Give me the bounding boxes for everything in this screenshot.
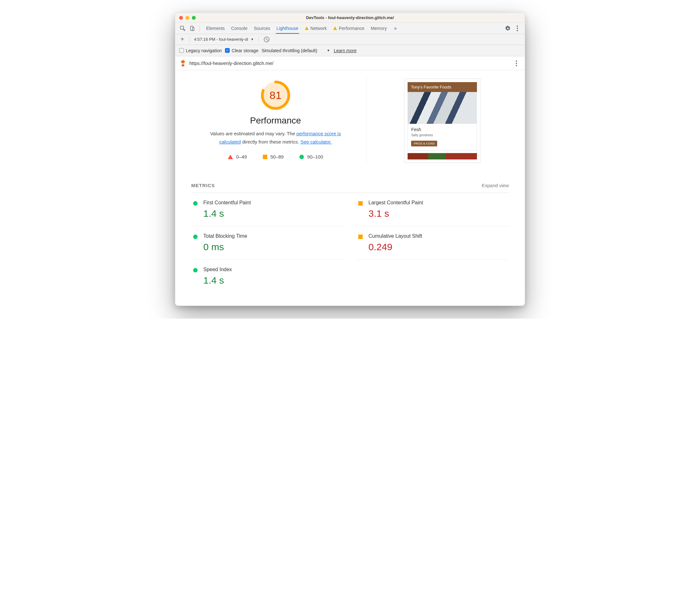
window-title: DevTools - foul-heavenly-direction.glitc…: [175, 15, 525, 20]
device-toolbar-icon[interactable]: [188, 24, 196, 32]
metrics-section: METRICS Expand view First Contentful Pai…: [175, 172, 525, 306]
metric-label: Cumulative Layout Shift: [368, 233, 506, 239]
page-preview-column: Tony's Favorite Foods Fesh Salty goodnes…: [370, 77, 515, 163]
preview-strip: [408, 153, 477, 160]
square-orange-icon: [358, 201, 363, 206]
zoom-window-button[interactable]: [192, 16, 196, 20]
clear-icon[interactable]: [264, 37, 269, 42]
metrics-heading: METRICS: [191, 183, 215, 188]
metric-value: 3.1 s: [368, 208, 506, 219]
warning-icon: [333, 26, 337, 30]
tabs-separator: [199, 25, 200, 31]
circle-green-icon: [193, 268, 198, 273]
chevron-down-icon: ▼: [251, 38, 254, 41]
lighthouse-toolbar: + 4:57:16 PM - foul-heavenly-di ▼: [175, 34, 525, 45]
svg-rect-2: [193, 27, 194, 30]
preview-card-body: Fesh Salty goodness PROS & CONS: [408, 124, 477, 150]
close-window-button[interactable]: [179, 16, 183, 20]
gauge-score-value: 81: [269, 89, 282, 101]
metric-value: 0.249: [368, 241, 506, 252]
legend-poor-label: 0–49: [236, 154, 247, 160]
metric-label: Largest Contentful Paint: [368, 200, 506, 206]
more-tabs-icon[interactable]: »: [391, 24, 400, 32]
metric-row: Largest Contentful Paint3.1 s: [356, 193, 509, 226]
clear-storage-checkbox[interactable]: ✓ Clear storage: [225, 48, 258, 53]
tab-memory[interactable]: Memory: [367, 23, 390, 34]
tab-label: Performance: [339, 26, 364, 31]
throttling-label: Simulated throttling (default): [262, 48, 317, 53]
circle-green-icon: [193, 201, 198, 206]
square-orange-icon: [263, 155, 267, 159]
metric-row: Total Blocking Time0 ms: [191, 226, 344, 260]
learn-more-link[interactable]: Learn more: [334, 48, 357, 53]
more-menu-icon[interactable]: [513, 24, 522, 32]
checkbox-checked-icon: ✓: [225, 48, 230, 53]
lighthouse-logo-icon: [180, 60, 186, 67]
titlebar: DevTools - foul-heavenly-direction.glitc…: [175, 13, 525, 23]
chevron-down-icon: ▼: [327, 49, 330, 52]
tab-performance[interactable]: Performance: [330, 23, 367, 34]
tab-label: Sources: [254, 26, 270, 31]
metric-label: First Contentful Paint: [203, 200, 340, 206]
svg-rect-5: [182, 63, 184, 64]
report-menu-icon[interactable]: [513, 61, 520, 66]
panel-tabs-bar: ElementsConsoleSourcesLighthouseNetworkP…: [175, 23, 525, 34]
report-summary: 81 Performance Values are estimated and …: [175, 70, 525, 172]
metrics-header: METRICS Expand view: [191, 172, 509, 193]
score-legend: 0–49 50–89 90–100: [228, 154, 323, 160]
settings-gear-icon[interactable]: [504, 24, 512, 32]
report-url-text: https://foul-heavenly-direction.glitch.m…: [189, 61, 273, 66]
square-orange-icon: [358, 235, 363, 239]
tab-label: Elements: [206, 26, 225, 31]
metric-label: Speed Index: [203, 267, 340, 273]
tab-lighthouse[interactable]: Lighthouse: [273, 23, 301, 34]
desc-text-1: Values are estimated and may vary. The: [210, 131, 296, 136]
legend-good-label: 90–100: [307, 154, 323, 160]
report-select[interactable]: 4:57:16 PM - foul-heavenly-di ▼: [193, 37, 255, 42]
metric-row: First Contentful Paint1.4 s: [191, 193, 344, 226]
circle-green-icon: [193, 235, 198, 239]
minimize-window-button[interactable]: [186, 16, 189, 20]
devtools-window: DevTools - foul-heavenly-direction.glitc…: [175, 13, 525, 306]
traffic-lights: [175, 16, 196, 20]
performance-gauge: 81: [260, 79, 291, 111]
preview-image: [408, 92, 477, 124]
tab-elements[interactable]: Elements: [203, 23, 228, 34]
triangle-red-icon: [228, 155, 233, 159]
metrics-grid: First Contentful Paint1.4 sLargest Conte…: [191, 193, 509, 293]
circle-green-icon: [299, 155, 304, 159]
preview-header: Tony's Favorite Foods: [408, 82, 477, 92]
score-column: 81 Performance Values are estimated and …: [185, 77, 366, 163]
page-screenshot-preview: Tony's Favorite Foods Fesh Salty goodnes…: [404, 78, 480, 163]
legend-poor: 0–49: [228, 154, 247, 160]
see-calculator-link[interactable]: See calculator.: [300, 139, 332, 144]
new-report-button[interactable]: +: [178, 36, 186, 43]
tab-sources[interactable]: Sources: [251, 23, 273, 34]
desc-text-2: directly from these metrics.: [241, 139, 301, 144]
performance-description: Values are estimated and may vary. The p…: [206, 130, 345, 146]
legacy-navigation-label: Legacy navigation: [186, 48, 222, 53]
tab-network[interactable]: Network: [301, 23, 330, 34]
tab-label: Lighthouse: [276, 26, 298, 31]
metric-row: Cumulative Layout Shift0.249: [356, 226, 509, 260]
preview-card-title: Fesh: [411, 127, 474, 132]
tab-console[interactable]: Console: [228, 23, 250, 34]
tab-label: Console: [231, 26, 247, 31]
lighthouse-options-row: Legacy navigation ✓ Clear storage Simula…: [175, 45, 525, 56]
performance-title: Performance: [250, 116, 301, 126]
metric-label: Total Blocking Time: [203, 233, 340, 239]
legend-average: 50–89: [263, 154, 284, 160]
preview-card-subtitle: Salty goodness: [411, 133, 474, 137]
legend-average-label: 50–89: [270, 154, 284, 160]
svg-marker-3: [181, 60, 185, 62]
metric-value: 1.4 s: [203, 275, 340, 286]
legend-good: 90–100: [299, 154, 323, 160]
metric-row: Speed Index1.4 s: [191, 260, 344, 293]
clear-storage-label: Clear storage: [232, 48, 258, 53]
metric-value: 0 ms: [203, 241, 340, 252]
expand-view-link[interactable]: Expand view: [482, 183, 509, 188]
legacy-navigation-checkbox[interactable]: Legacy navigation: [179, 48, 222, 53]
warning-icon: [305, 26, 309, 30]
inspect-element-icon[interactable]: [178, 24, 187, 32]
report-url-row: https://foul-heavenly-direction.glitch.m…: [175, 56, 525, 70]
